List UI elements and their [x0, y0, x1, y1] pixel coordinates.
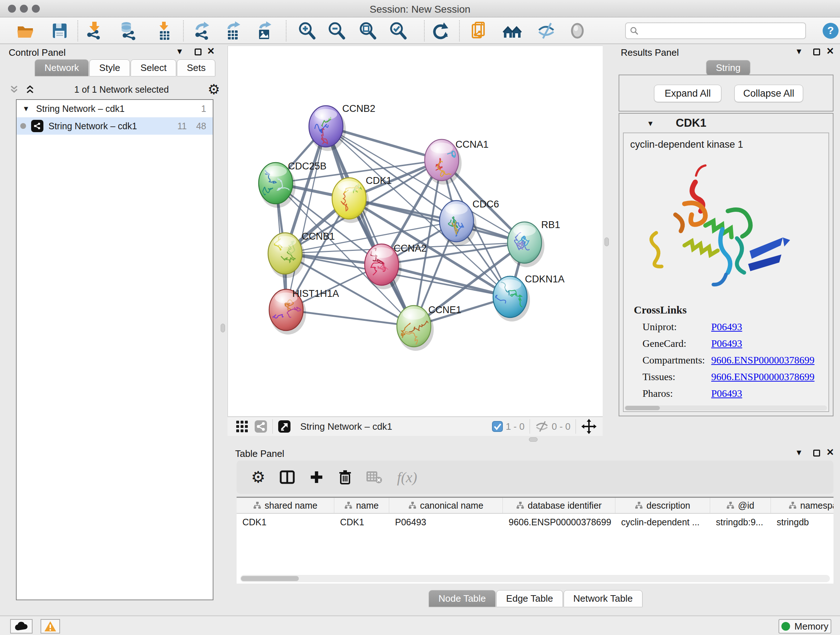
- results-hscroll-track[interactable]: [624, 405, 827, 410]
- memory-button[interactable]: Memory: [778, 619, 831, 633]
- table-cell[interactable]: stringdb:9...: [710, 514, 771, 530]
- import-table-file-icon[interactable]: [155, 21, 174, 41]
- network-options-gear-icon[interactable]: ⚙: [208, 82, 220, 96]
- open-session-icon[interactable]: [16, 21, 35, 41]
- network-node-RB1[interactable]: [508, 222, 545, 267]
- crosslink-value-link[interactable]: P06493: [711, 321, 742, 333]
- collection-expander-icon[interactable]: ▼: [22, 105, 30, 113]
- right-splitter-handle[interactable]: [605, 238, 609, 246]
- column-header-database-identifier[interactable]: database identifier: [503, 498, 615, 513]
- crosslink-value-link[interactable]: 9606.ENSP00000378699: [711, 355, 814, 366]
- help-icon[interactable]: ?: [822, 22, 839, 40]
- network-current-dot-icon: [20, 123, 26, 129]
- refresh-view-icon[interactable]: [430, 21, 450, 41]
- cytoscape-window: Session: New Session: [0, 0, 840, 635]
- warning-status-button[interactable]: [41, 619, 60, 633]
- zoom-out-icon[interactable]: [327, 21, 346, 41]
- tab-network-table[interactable]: Network Table: [564, 590, 643, 607]
- tab-style[interactable]: Style: [89, 59, 130, 76]
- expand-all-chevron-icon[interactable]: [25, 84, 35, 95]
- table-cell[interactable]: CDK1: [334, 514, 389, 530]
- zoom-in-icon[interactable]: [297, 21, 317, 41]
- network-edge-CCNB2-CCNE1[interactable]: [326, 126, 414, 326]
- network-node-CDC6[interactable]: [439, 201, 477, 246]
- table-hscroll-track[interactable]: [240, 575, 830, 582]
- table-panel-close-icon[interactable]: ✕: [826, 448, 834, 457]
- column-header-@id[interactable]: @id: [710, 498, 771, 513]
- tab-network[interactable]: Network: [35, 59, 88, 76]
- network-node-CCNB1[interactable]: [268, 231, 305, 278]
- table-panel-menu-icon[interactable]: ▾: [797, 448, 801, 457]
- network-node-CCNB2[interactable]: [309, 106, 346, 151]
- import-network-file-icon[interactable]: [85, 21, 104, 41]
- crosslink-value-link[interactable]: 9606.ENSP00000378699: [711, 371, 814, 383]
- results-tab-string[interactable]: String: [706, 60, 750, 75]
- column-header-shared-name[interactable]: shared name: [237, 498, 334, 513]
- open-network-in-browser-icon[interactable]: [470, 21, 489, 41]
- control-panel-close-icon[interactable]: ✕: [207, 46, 215, 56]
- selected-checkbox-icon[interactable]: [492, 421, 503, 432]
- import-network-database-icon[interactable]: [119, 21, 139, 41]
- table-cell[interactable]: 9606.ENSP00000378699: [503, 514, 615, 530]
- column-header-canonical-name[interactable]: canonical name: [389, 498, 503, 513]
- string-home-icon[interactable]: [502, 21, 522, 41]
- collapse-all-chevron-icon[interactable]: [9, 84, 19, 95]
- results-hscroll-thumb[interactable]: [625, 406, 660, 410]
- zoom-fit-icon[interactable]: [358, 21, 377, 41]
- save-session-icon[interactable]: [50, 21, 69, 41]
- tab-select[interactable]: Select: [131, 59, 176, 76]
- control-panel-menu-icon[interactable]: ▾: [177, 46, 182, 56]
- table-cell[interactable]: stringdb: [771, 514, 834, 530]
- results-panel-menu-icon[interactable]: ▾: [797, 46, 801, 56]
- export-network-icon[interactable]: [193, 21, 212, 41]
- cloud-status-button[interactable]: [10, 619, 33, 633]
- network-node-CDK1[interactable]: [332, 178, 369, 223]
- table-row[interactable]: CDK1CDK1P064939606.ENSP00000378699cyclin…: [237, 514, 834, 530]
- network-overview-icon[interactable]: [254, 420, 267, 433]
- grid-view-icon[interactable]: [235, 420, 248, 433]
- table-options-gear-icon[interactable]: ⚙: [251, 470, 265, 484]
- control-panel-float-icon[interactable]: [195, 49, 202, 55]
- table-cell[interactable]: P06493: [389, 514, 503, 530]
- tab-sets[interactable]: Sets: [177, 59, 215, 76]
- pan-tool-icon[interactable]: [581, 418, 597, 434]
- bottom-splitter-handle[interactable]: [529, 437, 538, 442]
- left-splitter-handle[interactable]: [221, 324, 225, 333]
- network-row[interactable]: String Network – cdk1 11 48: [17, 117, 213, 135]
- string-network-icon: [31, 120, 43, 132]
- table-panel-float-icon[interactable]: [813, 450, 820, 456]
- table-cell[interactable]: cyclin-dependent ...: [615, 514, 710, 530]
- tab-edge-table[interactable]: Edge Table: [496, 590, 563, 607]
- zoom-selected-icon[interactable]: [388, 21, 408, 41]
- tab-node-table[interactable]: Node Table: [429, 590, 496, 607]
- network-canvas[interactable]: CCNB2CCNA1CDC25BCDK1CDC6RB1CCNB1CCNA2CDK…: [227, 46, 603, 416]
- table-hscroll-thumb[interactable]: [241, 576, 299, 581]
- crosslinks-list: Uniprot:P06493GeneCard:P06493Compartment…: [643, 321, 829, 399]
- table-cell[interactable]: CDK1: [237, 514, 334, 530]
- search-field[interactable]: [625, 22, 806, 39]
- results-panel-close-icon[interactable]: ✕: [826, 46, 834, 56]
- column-header-name[interactable]: name: [334, 498, 389, 513]
- search-input[interactable]: [639, 26, 802, 36]
- crosslink-value-link[interactable]: P06493: [711, 338, 742, 349]
- node-label-CDC25B: CDC25B: [288, 161, 327, 172]
- delete-column-icon[interactable]: [338, 470, 352, 485]
- network-node-CCNE1[interactable]: [393, 306, 434, 351]
- column-header-namespace[interactable]: namespace: [771, 498, 834, 513]
- expand-all-button[interactable]: Expand All: [654, 85, 722, 102]
- gene-details-box: cyclin-dependent kinase 1 CrossLinks Uni…: [623, 133, 829, 412]
- column-header-description[interactable]: description: [615, 498, 710, 513]
- hide-panel-eye-icon[interactable]: [537, 21, 556, 41]
- collapse-all-button[interactable]: Collapse All: [734, 85, 803, 102]
- detach-view-icon[interactable]: [278, 420, 291, 433]
- inactive-eye-icon[interactable]: [568, 21, 587, 41]
- add-column-icon[interactable]: [309, 470, 324, 485]
- gene-section-expander-icon[interactable]: ▼: [647, 119, 654, 128]
- protein-structure-image: [641, 157, 797, 298]
- results-panel-float-icon[interactable]: [813, 49, 820, 55]
- export-image-icon[interactable]: [255, 21, 274, 41]
- crosslink-value-link[interactable]: P06493: [711, 388, 742, 399]
- export-table-icon[interactable]: [224, 21, 243, 41]
- show-columns-icon[interactable]: [279, 470, 295, 484]
- network-collection-row[interactable]: ▼ String Network – cdk1 1: [17, 100, 213, 117]
